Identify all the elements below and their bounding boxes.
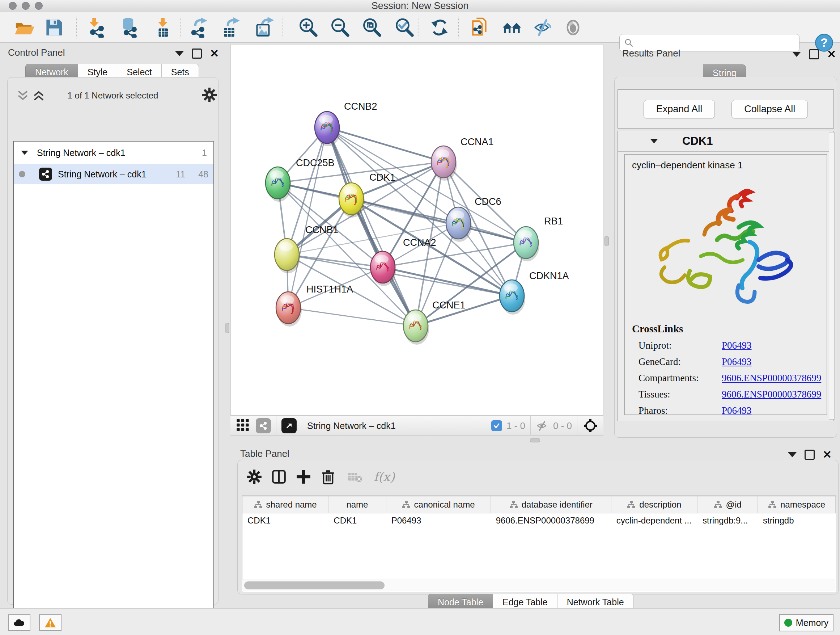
toolbar-separator [418,17,419,38]
show-columns-button[interactable] [268,466,290,488]
import-network-database-button[interactable] [119,17,140,38]
collapse-section-icon[interactable] [651,139,658,143]
open-in-browser-button[interactable] [281,418,297,433]
left-splitter-handle[interactable] [225,323,229,333]
crosslink-link[interactable]: P06493 [722,405,752,416]
share-document-button[interactable] [471,17,491,38]
table-cell[interactable]: CDK1 [242,513,328,528]
gene-section-header[interactable]: CDK1 [618,131,834,152]
zoom-in-icon [298,17,318,38]
network-edge[interactable] [288,308,416,326]
column-header-label: name [346,500,368,510]
float-panel-icon[interactable] [805,450,815,460]
close-panel-icon[interactable]: ✕ [827,50,836,58]
network-node[interactable] [446,207,472,242]
network-edge[interactable] [327,127,444,162]
divider [486,416,486,435]
column-header[interactable]: canonical name [386,496,491,513]
network-edge[interactable] [287,127,327,255]
network-collection-row[interactable]: String Network – cdk1 1 [14,141,213,164]
column-header[interactable]: namespace [758,496,836,513]
table-row[interactable]: CDK1CDK1P064939606.ENSP00000378699cyclin… [242,513,836,528]
delete-column-button[interactable] [317,466,339,488]
column-header[interactable]: description [611,496,698,513]
close-panel-icon[interactable]: ✕ [823,451,832,459]
collapse-all-button[interactable]: Collapse All [731,100,808,119]
gear-icon[interactable] [202,87,218,103]
collection-name: String Network – cdk1 [37,148,126,158]
import-network-file-button[interactable] [87,17,107,38]
zoom-fit-button[interactable] [362,17,382,38]
export-network-button[interactable] [189,17,209,38]
network-node[interactable] [403,310,429,345]
close-panel-icon[interactable]: ✕ [210,50,219,57]
hide-selection-button[interactable] [532,17,553,38]
collection-expand-icon[interactable] [21,150,28,155]
node-table[interactable]: shared namenamecanonical namedatabase id… [242,496,836,592]
network-node[interactable] [370,251,396,286]
crosslink-link[interactable]: 9606.ENSP00000378699 [722,389,821,400]
bottom-splitter-handle[interactable] [530,438,540,442]
node-label: HIST1H1A [306,284,353,295]
network-node[interactable] [500,280,525,315]
delete-table-button[interactable] [344,466,366,488]
table-cell[interactable]: stringdb [758,513,836,528]
network-node[interactable] [275,239,300,273]
column-header[interactable]: shared name [242,496,328,513]
table-cell[interactable]: CDK1 [328,513,386,528]
zoom-in-button[interactable] [298,17,318,38]
warnings-button[interactable] [39,614,62,631]
home-button[interactable] [502,17,522,38]
export-image-button[interactable] [255,17,275,38]
panel-menu-icon[interactable] [788,452,797,457]
table-hscrollbar[interactable] [242,580,835,591]
column-header[interactable]: database identifier [491,496,611,513]
show-all-button[interactable] [563,17,583,38]
panel-menu-icon[interactable] [175,51,184,56]
right-splitter-handle[interactable] [605,236,609,246]
table-cell[interactable]: 9606.ENSP00000378699 [491,513,611,528]
zoom-selected-button[interactable] [394,17,415,38]
results-scrollbar[interactable] [829,132,835,420]
network-edge[interactable] [327,127,416,326]
crosslink-link[interactable]: P06493 [722,340,752,351]
cloud-status-button[interactable] [8,614,30,631]
crosslink-link[interactable]: P06493 [722,356,752,367]
network-node[interactable] [514,226,539,261]
crosslink-label: Tissues: [638,389,722,400]
table-cell[interactable]: stringdb:9... [698,513,758,528]
zoom-out-button[interactable] [330,17,350,38]
function-builder-button[interactable]: f(x) [374,470,395,484]
crosslink-link[interactable]: 9606.ENSP00000378699 [722,372,821,384]
table-cell[interactable]: P06493 [386,513,491,528]
panel-menu-icon[interactable] [792,52,801,57]
network-canvas[interactable]: CCNB2CCNA1CDC25BCDK1CDC6RB1CCNB1CCNA2CDK… [231,44,603,416]
network-node[interactable] [265,167,291,202]
network-node[interactable] [315,111,340,146]
divider [302,416,302,435]
collection-count: 1 [202,148,207,158]
import-table-file-button[interactable] [153,17,173,38]
network-row-selected[interactable]: String Network – cdk1 11 48 [14,164,213,184]
apply-layout-button[interactable] [429,17,450,38]
table-settings-button[interactable] [243,466,265,488]
network-edge[interactable] [383,267,512,296]
open-session-button[interactable] [14,17,35,38]
expand-all-button[interactable]: Expand All [644,100,715,119]
table-cell[interactable]: cyclin-dependent ... [611,513,698,528]
float-panel-icon[interactable] [192,49,202,59]
hscrollbar-thumb[interactable] [244,581,385,589]
network-node[interactable] [276,292,302,326]
create-column-button[interactable] [293,466,314,488]
save-session-button[interactable] [44,17,65,38]
fit-selected-crosshair-icon[interactable] [583,418,598,434]
column-header[interactable]: name [328,496,386,513]
crosslink-row: Tissues:9606.ENSP00000378699 [632,389,827,400]
expand-collapse-bar: Expand All Collapse All [617,89,834,128]
string-badge-icon[interactable] [256,418,271,433]
float-panel-icon[interactable] [809,49,819,59]
birdseye-toggle-button[interactable] [235,418,250,434]
memory-button[interactable]: Memory [779,614,834,631]
column-header[interactable]: @id [698,496,758,513]
export-table-button[interactable] [221,17,242,38]
